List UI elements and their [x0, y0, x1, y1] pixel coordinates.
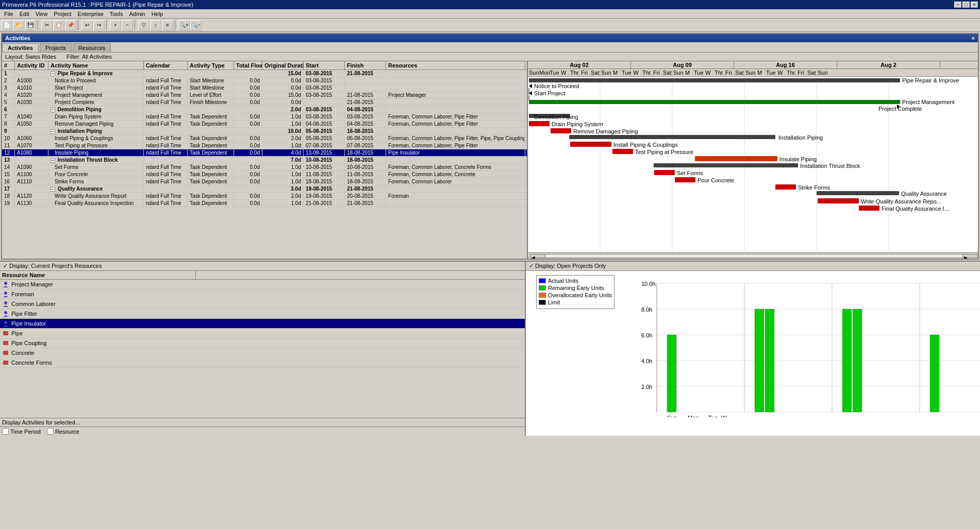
scroll-left-btn[interactable]: ◄: [530, 254, 545, 258]
table-row[interactable]: 8 A1050 Remove Damaged Piping ndard Full…: [2, 121, 527, 128]
tb-save[interactable]: 💾: [25, 20, 36, 30]
tab-projects[interactable]: Projects: [40, 43, 72, 52]
close-window-button[interactable]: ×: [971, 2, 978, 8]
tb-filter[interactable]: ▽: [138, 20, 150, 30]
resource-list-item[interactable]: Common Laborer: [0, 299, 525, 309]
resource-list-item[interactable]: Project Manager: [0, 280, 525, 289]
svg-text:6.0h: 6.0h: [641, 332, 652, 338]
cell-num: 17: [2, 185, 15, 192]
col-header-name[interactable]: Activity Name: [48, 61, 144, 70]
tb-sep-5: [175, 20, 177, 30]
col-header-tf[interactable]: Total Float: [234, 61, 262, 70]
gantt-hscroll[interactable]: ◄ ►: [528, 252, 978, 259]
table-row[interactable]: 3 A1010 Start Project ndard Full Time St…: [2, 84, 527, 92]
maximize-button[interactable]: □: [962, 2, 970, 8]
scroll-track[interactable]: [545, 254, 962, 258]
tb-paste[interactable]: 📌: [65, 20, 76, 30]
table-row[interactable]: 18 A1120 Write Quality Assurance Report …: [2, 193, 527, 200]
table-row[interactable]: 6 − Demolition Piping 2.0d 03-08-2015 04…: [2, 106, 527, 113]
menu-admin[interactable]: Admin: [126, 10, 148, 18]
table-row[interactable]: 19 A1130 Final Quality Assurance Inspect…: [2, 200, 527, 207]
resource-list-item[interactable]: Pipe Fitter: [0, 309, 525, 319]
svg-text:Project Management: Project Management: [902, 99, 955, 105]
table-row[interactable]: 16 A1110 Strike Forms ndard Full Time Ta…: [2, 178, 527, 185]
resource-list-item[interactable]: Pipe Coupling: [0, 338, 525, 348]
svg-rect-71: [755, 309, 764, 412]
menu-enterprise[interactable]: Enterprise: [75, 10, 107, 18]
table-row[interactable]: 2 A1000 Notice to Proceed ndard Full Tim…: [2, 77, 527, 84]
tb-undo[interactable]: ↩: [81, 20, 93, 30]
cell-num: 13: [2, 157, 15, 163]
tab-activities[interactable]: Activities: [2, 43, 39, 52]
svg-point-46: [4, 282, 7, 285]
minimize-button[interactable]: −: [954, 2, 961, 8]
resource-list-item[interactable]: Foreman: [0, 289, 525, 299]
cell-finish: 21-08-2015: [345, 70, 386, 77]
tb-zoom-out[interactable]: 🔍−: [190, 20, 202, 30]
cell-num: 14: [2, 164, 15, 170]
cell-type: Task Dependent: [188, 113, 234, 120]
tb-open[interactable]: 📂: [13, 20, 24, 30]
close-panel-button[interactable]: ×: [972, 35, 975, 41]
table-row[interactable]: 12 A1080 Insulate Piping ndard Full Time…: [2, 149, 527, 157]
col-header-id[interactable]: Activity ID: [15, 61, 48, 70]
col-header-start[interactable]: Start: [304, 61, 345, 70]
resource-list-item[interactable]: Pipe Insulator: [0, 319, 525, 329]
table-row[interactable]: 10 A1060 Install Piping & Couplings ndar…: [2, 135, 527, 142]
res-col-name-header[interactable]: Resource Name: [0, 271, 196, 279]
scroll-right-btn[interactable]: ►: [962, 254, 978, 258]
menu-project[interactable]: Project: [51, 10, 74, 18]
table-row[interactable]: 11 A1070 Test Piping at Pressure ndard F…: [2, 142, 527, 149]
menu-file[interactable]: File: [1, 10, 16, 18]
gantt-day-label: W: [559, 69, 569, 76]
tab-resources[interactable]: Resources: [73, 43, 111, 52]
tb-add[interactable]: +: [110, 20, 121, 30]
table-row[interactable]: 15 A1100 Pour Concrete ndard Full Time T…: [2, 171, 527, 178]
tb-del[interactable]: −: [122, 20, 133, 30]
col-header-res[interactable]: Resources: [386, 61, 525, 70]
tb-new[interactable]: 📄: [1, 20, 12, 30]
cell-start: 19-08-2015: [304, 193, 345, 199]
cell-finish: 18-08-2015: [345, 128, 386, 134]
cell-num: 3: [2, 84, 15, 91]
table-row[interactable]: 17 − Quality Assurance 3.0d 19-08-2015 2…: [2, 185, 527, 193]
svg-marker-8: [529, 84, 532, 88]
resource-list-item[interactable]: Concrete Forms: [0, 358, 525, 368]
svg-rect-75: [930, 335, 939, 412]
cell-od: 7.0d: [262, 157, 304, 163]
col-header-finish[interactable]: Finish: [345, 61, 386, 70]
tb-redo[interactable]: ↪: [93, 20, 105, 30]
table-row[interactable]: 7 A1040 Drain Piping System ndard Full T…: [2, 113, 527, 121]
svg-rect-28: [695, 156, 777, 161]
tb-sort[interactable]: ↕: [150, 20, 161, 30]
resource-check[interactable]: [47, 428, 54, 435]
menu-edit[interactable]: Edit: [16, 10, 32, 18]
col-header-type[interactable]: Activity Type: [188, 61, 234, 70]
cell-tf: 0.0d: [234, 92, 262, 98]
menu-tools[interactable]: Tools: [107, 10, 126, 18]
table-row[interactable]: 9 − Installation Piping 10.0d 05-08-2015…: [2, 128, 527, 135]
table-row[interactable]: 5 A1030 Project Complete ndard Full Time…: [2, 99, 527, 106]
cell-cal: ndard Full Time: [144, 135, 188, 142]
cell-id: A1010: [15, 84, 48, 91]
table-row[interactable]: 13 − Installation Thrust Block 7.0d 10-0…: [2, 157, 527, 164]
cell-res: [386, 102, 525, 103]
col-header-num[interactable]: #: [2, 61, 15, 70]
resource-list-item[interactable]: Pipe: [0, 329, 525, 338]
cell-res: [386, 88, 525, 89]
tb-copy[interactable]: 📋: [53, 20, 64, 30]
col-header-cal[interactable]: Calendar: [144, 61, 188, 70]
time-period-check[interactable]: [2, 428, 9, 435]
table-row[interactable]: 14 A1090 Set Forms ndard Full Time Task …: [2, 164, 527, 171]
table-row[interactable]: 1 − Pipe Repair & Improve 15.0d 03-08-20…: [2, 70, 527, 77]
tb-group[interactable]: ≡: [162, 20, 173, 30]
menu-view[interactable]: View: [32, 10, 51, 18]
tb-zoom-in[interactable]: 🔍+: [178, 20, 190, 30]
menu-help[interactable]: Help: [148, 10, 167, 18]
cell-id: A1000: [15, 77, 48, 84]
col-header-od[interactable]: Original Duration: [262, 61, 304, 70]
resource-list-item[interactable]: Concrete: [0, 348, 525, 358]
bar-chart-svg: 10.0h 8.0h 6.0h 4.0h 2.0h: [641, 278, 980, 417]
tb-cut[interactable]: ✂: [41, 20, 53, 30]
table-row[interactable]: 4 A1020 Project Management ndard Full Ti…: [2, 92, 527, 99]
